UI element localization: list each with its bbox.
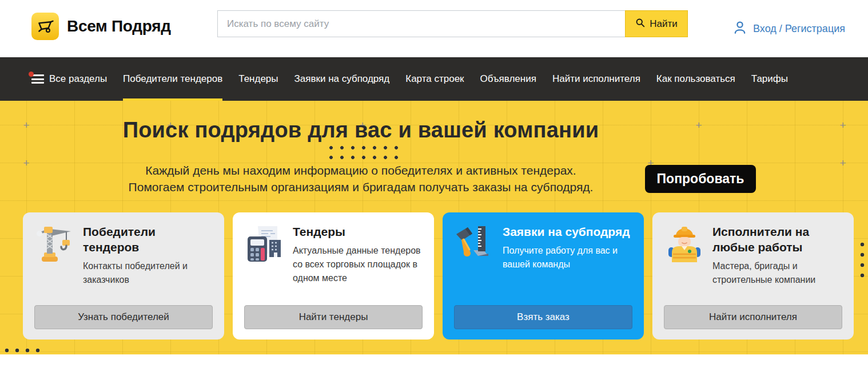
- card-tender-winners[interactable]: Победители тендеров Контакты победителей…: [23, 212, 224, 340]
- hamburger-icon: [31, 74, 44, 84]
- cart-logo-icon: [31, 13, 59, 40]
- login-link[interactable]: Вход / Регистрация: [732, 0, 845, 57]
- find-tenders-button[interactable]: Найти тендеры: [244, 305, 423, 329]
- user-icon: [732, 20, 747, 38]
- calculator-icon: [244, 224, 285, 265]
- page: Всем Подряд Найти Вход: [0, 0, 868, 367]
- dots-decoration: [860, 242, 865, 280]
- nav-item-construction-map[interactable]: Карта строек: [405, 57, 464, 101]
- bottom-strip: [0, 354, 868, 367]
- hero-subtitle: Каждый день мы находим информацию о побе…: [0, 162, 722, 195]
- hero-title: Поиск подрядов для вас и вашей компании: [0, 118, 722, 143]
- hero-subtitle-line2: Помогаем строительным организациям и бри…: [0, 179, 722, 195]
- card-title: Тендеры: [293, 224, 423, 239]
- notification-dot: [29, 72, 34, 77]
- hero-section: + + + + + + + + Поиск подрядов для вас и…: [0, 101, 868, 354]
- logo[interactable]: Всем Подряд: [31, 13, 171, 40]
- all-sections-button[interactable]: Все разделы: [31, 57, 107, 101]
- nav-item-tariffs[interactable]: Тарифы: [751, 57, 788, 101]
- card-title: Исполнители на любые работы: [712, 224, 842, 255]
- crane-icon: [34, 224, 75, 265]
- nav-item-ads[interactable]: Объявления: [480, 57, 536, 101]
- card-title: Заявки на субподряд: [503, 224, 632, 239]
- find-contractor-button[interactable]: Найти исполнителя: [664, 305, 842, 329]
- try-button[interactable]: Попробовать: [645, 165, 756, 193]
- hammer-icon: [454, 224, 495, 265]
- all-sections-label: Все разделы: [49, 73, 107, 85]
- card-body: Победители тендеров Контакты победителей…: [83, 224, 213, 287]
- card-subcontract-requests[interactable]: Заявки на субподряд Получите работу для …: [443, 212, 644, 340]
- search-icon: [635, 18, 645, 30]
- card-title: Победители тендеров: [83, 224, 213, 255]
- login-label: Вход / Регистрация: [753, 23, 845, 35]
- dots-decoration: [329, 146, 400, 165]
- plus-marker: +: [839, 157, 846, 168]
- nav-item-find-contractor[interactable]: Найти исполнителя: [552, 57, 640, 101]
- search-bar: Найти: [217, 10, 688, 37]
- nav-item-winners[interactable]: Победители тендеров: [123, 57, 222, 101]
- card-tenders[interactable]: Тендеры Актуальные данные тендеров со вс…: [233, 212, 434, 340]
- card-body: Заявки на субподряд Получите работу для …: [503, 224, 632, 271]
- card-description: Актуальные данные тендеров со всех торго…: [293, 244, 423, 285]
- search-button-label: Найти: [650, 18, 678, 30]
- card-description: Мастера, бригады и строительные компании: [712, 259, 842, 287]
- search-input[interactable]: [217, 10, 625, 37]
- nav-item-how-to-use[interactable]: Как пользоваться: [656, 57, 735, 101]
- take-order-button[interactable]: Взять заказ: [454, 305, 632, 329]
- nav-item-subcontract[interactable]: Заявки на субподряд: [294, 57, 390, 101]
- see-winners-button[interactable]: Узнать победителей: [34, 305, 213, 329]
- dots-decoration: [5, 348, 42, 353]
- cards-row: Победители тендеров Контакты победителей…: [23, 212, 854, 340]
- card-description: Получите работу для вас и вашей команды: [503, 244, 632, 271]
- main-nav: Все разделы Победители тендеров Тендеры …: [0, 57, 868, 101]
- brand-title: Всем Подряд: [67, 17, 171, 35]
- worker-icon: [664, 224, 705, 265]
- nav-item-tenders[interactable]: Тендеры: [238, 57, 278, 101]
- card-body: Исполнители на любые работы Мастера, бри…: [712, 224, 842, 287]
- plus-marker: +: [839, 120, 846, 131]
- search-button[interactable]: Найти: [625, 10, 688, 37]
- card-body: Тендеры Актуальные данные тендеров со вс…: [293, 224, 423, 285]
- header: Всем Подряд Найти Вход: [0, 0, 868, 57]
- card-description: Контакты победителей и заказчиков: [83, 259, 213, 287]
- card-contractors[interactable]: Исполнители на любые работы Мастера, бри…: [652, 212, 854, 340]
